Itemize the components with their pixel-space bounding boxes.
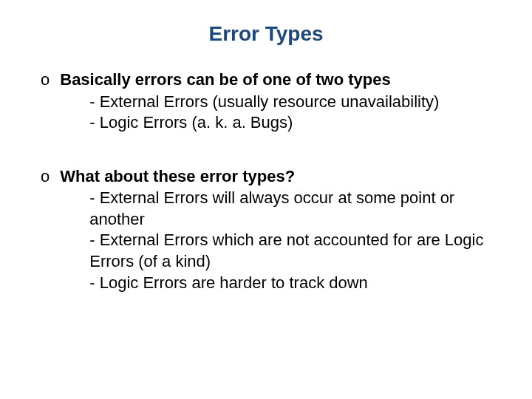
sub-line: - Logic Errors (a. k. a. Bugs) <box>89 112 502 134</box>
sub-list: - External Errors (usually resource unav… <box>60 92 502 134</box>
page-title: Error Types <box>30 22 502 46</box>
sub-line: - External Errors (usually resource unav… <box>89 92 502 113</box>
bullet-heading: Basically errors can be of one of two ty… <box>60 69 502 90</box>
sub-line: - External Errors will always occur at s… <box>89 188 502 230</box>
list-item: o Basically errors can be of one of two … <box>41 69 502 134</box>
sub-list: - External Errors will always occur at s… <box>60 188 502 293</box>
bullet-content: Basically errors can be of one of two ty… <box>60 69 502 134</box>
bullet-heading: What about these error types? <box>60 166 502 187</box>
sub-line: - Logic Errors are harder to track down <box>89 273 502 294</box>
bullet-content: What about these error types? - External… <box>60 166 502 293</box>
bullet-marker: o <box>41 166 50 293</box>
list-item: o What about these error types? - Extern… <box>41 166 502 293</box>
sub-line: - External Errors which are not accounte… <box>89 230 502 272</box>
bullet-marker: o <box>41 69 50 134</box>
